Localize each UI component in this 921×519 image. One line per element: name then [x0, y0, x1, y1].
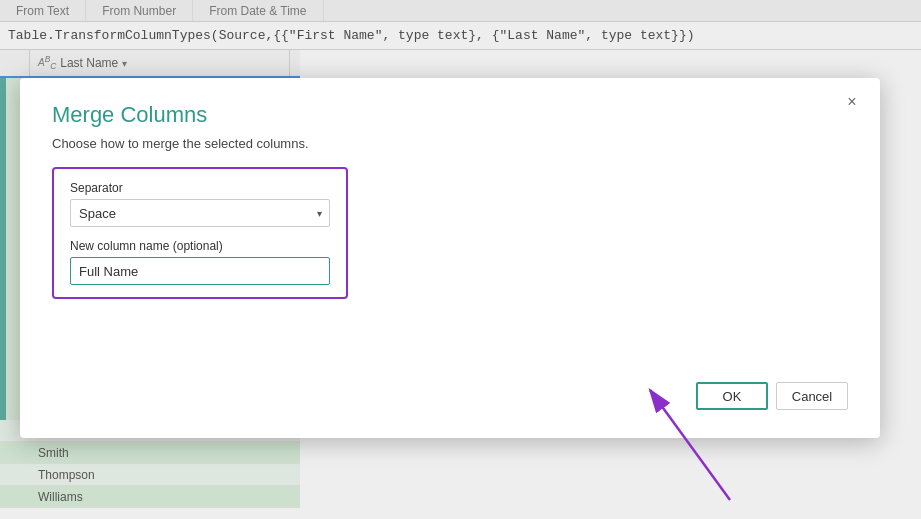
cancel-button[interactable]: Cancel [776, 382, 848, 410]
dialog-buttons: OK Cancel [696, 382, 848, 410]
new-column-name-input[interactable] [70, 257, 330, 285]
separator-select[interactable]: Space Comma Semicolon Colon Tab --None--… [70, 199, 330, 227]
separator-label: Separator [70, 181, 330, 195]
dialog-title: Merge Columns [52, 102, 848, 128]
separator-select-wrapper: Space Comma Semicolon Colon Tab --None--… [70, 199, 330, 227]
new-column-label: New column name (optional) [70, 239, 330, 253]
dialog-close-button[interactable]: × [840, 90, 864, 114]
merge-columns-dialog: × Merge Columns Choose how to merge the … [20, 78, 880, 438]
separator-section: Separator Space Comma Semicolon Colon Ta… [52, 167, 348, 299]
dialog-subtitle: Choose how to merge the selected columns… [52, 136, 848, 151]
ok-button[interactable]: OK [696, 382, 768, 410]
